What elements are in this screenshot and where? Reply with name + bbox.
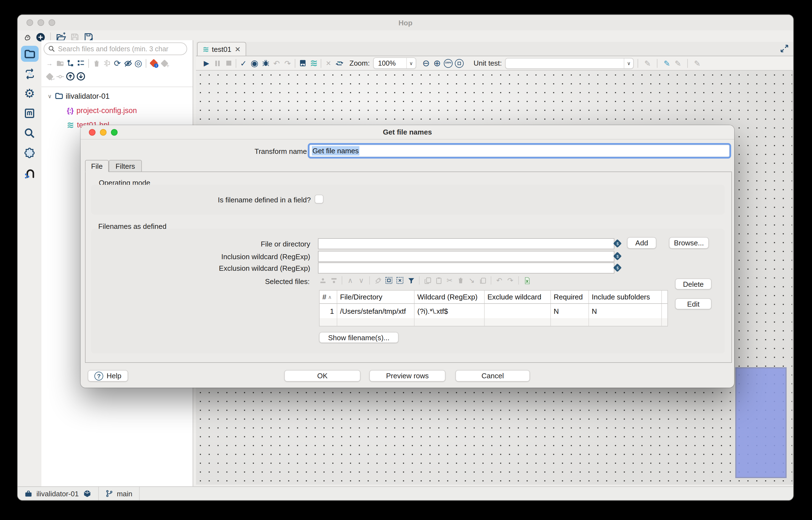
locate-file-button[interactable]: ◎ bbox=[133, 58, 143, 68]
perspective-search[interactable] bbox=[21, 125, 39, 141]
toolbar-separator bbox=[88, 59, 89, 68]
rename-button[interactable] bbox=[102, 58, 112, 68]
explorer-search[interactable] bbox=[44, 43, 187, 55]
project-name: ilivalidator-01 bbox=[36, 489, 79, 498]
perspective-metadata[interactable] bbox=[21, 105, 39, 121]
tab-close-icon[interactable]: ✕ bbox=[235, 45, 241, 53]
zoom-label: Zoom: bbox=[349, 59, 370, 67]
editor-tabbar: ≋ test01 ✕ bbox=[196, 42, 793, 56]
tree-item-label: project-config.json bbox=[76, 106, 137, 114]
preview-rows-button[interactable]: Preview rows bbox=[369, 370, 445, 382]
zoom-fit-button[interactable] bbox=[454, 58, 465, 69]
canvas-selection-rectangle[interactable] bbox=[735, 367, 787, 478]
window-titlebar: Hop bbox=[18, 15, 793, 30]
environment-cube-icon bbox=[82, 489, 91, 498]
detach-unit-test-button[interactable]: ✎ bbox=[672, 58, 683, 69]
chevron-down-icon[interactable]: ∨ bbox=[46, 93, 53, 99]
perspective-bar: ⚙ bbox=[18, 44, 42, 486]
project-segment[interactable]: ilivalidator-01 bbox=[18, 487, 98, 500]
search-icon bbox=[48, 45, 55, 52]
dialog-titlebar: Get file names bbox=[81, 125, 734, 139]
tree-item-file[interactable]: {:} project-config.json bbox=[42, 103, 193, 118]
hop-logo-icon bbox=[21, 31, 32, 43]
delete-file-button[interactable] bbox=[92, 58, 101, 68]
perspective-explorer[interactable] bbox=[21, 46, 39, 62]
git-push-button[interactable] bbox=[66, 72, 75, 81]
window-title: Hop bbox=[18, 19, 793, 27]
tree-item-project-root[interactable]: ∨ ilivalidator-01 bbox=[42, 89, 193, 103]
stop-button[interactable] bbox=[223, 58, 234, 69]
git-branch-segment[interactable]: main bbox=[99, 487, 139, 500]
debug-button[interactable] bbox=[260, 58, 271, 69]
git-pull-button[interactable] bbox=[76, 72, 85, 81]
perspective-data-orchestration[interactable] bbox=[21, 66, 39, 82]
new-folder-button[interactable] bbox=[55, 58, 65, 68]
briefcase-icon bbox=[24, 489, 32, 498]
search-icon bbox=[24, 127, 35, 139]
pipeline-icon[interactable]: ≋ bbox=[308, 58, 319, 69]
tab-file[interactable]: File bbox=[85, 160, 109, 172]
divider bbox=[42, 86, 193, 87]
toolbar-separator bbox=[687, 59, 688, 68]
gear-icon: ⚙ bbox=[24, 88, 35, 99]
check-pipeline-button[interactable]: ✓ bbox=[238, 58, 249, 69]
perspective-plugins[interactable] bbox=[21, 145, 39, 161]
zoom-100-button[interactable]: 100% bbox=[443, 58, 454, 69]
git-add-button[interactable]: + bbox=[159, 58, 169, 68]
perspective-configuration[interactable]: ⚙ bbox=[21, 85, 39, 101]
zoom-in-button[interactable]: ⊕ bbox=[432, 58, 443, 69]
refresh-button[interactable]: ⟳ bbox=[113, 58, 122, 68]
tab-content-panel bbox=[85, 172, 732, 363]
tab-label: Filters bbox=[116, 162, 135, 170]
get-file-names-dialog: Get file names Transform name Get file n… bbox=[81, 125, 734, 388]
folder-icon bbox=[55, 92, 64, 100]
unit-test-select[interactable]: ∨ bbox=[505, 58, 634, 69]
toolbar-separator bbox=[295, 59, 295, 68]
expand-all-button[interactable]: → bbox=[45, 58, 54, 68]
git-commit-button[interactable] bbox=[55, 72, 65, 81]
snapshot-button[interactable] bbox=[297, 58, 308, 69]
help-icon: ? bbox=[94, 371, 103, 380]
tab-label: File bbox=[91, 162, 103, 170]
help-button[interactable]: ? Help bbox=[88, 370, 128, 382]
tab-test01[interactable]: ≋ test01 ✕ bbox=[197, 42, 246, 56]
undo-button[interactable]: ↶ bbox=[271, 58, 282, 69]
search-input[interactable] bbox=[58, 45, 174, 53]
toolbar-separator bbox=[657, 59, 658, 68]
pipeline-file-icon: ≋ bbox=[203, 45, 208, 53]
pause-button[interactable] bbox=[212, 58, 223, 69]
explorer-toolbar-row2: ↩ bbox=[45, 72, 85, 81]
divider bbox=[139, 487, 140, 500]
pipeline-toolbar: ▶ ✓ ◉ ↶ ↷ ≋ ✕ Zoom: 100% ∨ ⊖ ⊕ 100% Unit bbox=[196, 56, 793, 71]
dialog-title: Get file names bbox=[81, 128, 734, 136]
cancel-button[interactable]: Cancel bbox=[456, 370, 530, 382]
git-branch-icon bbox=[105, 490, 113, 497]
perspective-neo4j[interactable] bbox=[21, 165, 39, 181]
redo-button[interactable]: ↷ bbox=[282, 58, 293, 69]
maximize-pane-icon[interactable] bbox=[780, 44, 789, 53]
zoom-select[interactable]: 100% ∨ bbox=[373, 57, 416, 69]
redraw-button[interactable] bbox=[334, 58, 345, 69]
transform-name-input[interactable]: Get file names bbox=[309, 145, 730, 157]
git-info-button[interactable]: i bbox=[149, 58, 158, 68]
tab-filters[interactable]: Filters bbox=[109, 160, 142, 172]
folder-icon bbox=[23, 48, 35, 60]
transform-name-label: Transform name bbox=[142, 147, 307, 156]
git-revert-button[interactable]: ↩ bbox=[45, 72, 54, 81]
zoom-out-button[interactable]: ⊖ bbox=[421, 58, 432, 69]
tab-label: test01 bbox=[212, 45, 231, 53]
toolbar-separator bbox=[321, 59, 321, 68]
new-unit-test-button[interactable]: ✎ bbox=[661, 58, 672, 69]
edit-unit-test-button[interactable]: ✎ bbox=[642, 58, 653, 69]
pipeline-loop-icon bbox=[23, 68, 35, 80]
run-button[interactable]: ▶ bbox=[201, 58, 212, 69]
preview-button[interactable]: ◉ bbox=[249, 58, 260, 69]
tree-view-button[interactable] bbox=[66, 58, 75, 68]
list-view-button[interactable] bbox=[76, 58, 85, 68]
branch-name: main bbox=[117, 489, 132, 498]
ok-button[interactable]: OK bbox=[284, 370, 361, 382]
hide-files-button[interactable] bbox=[123, 58, 132, 68]
split-hop-button[interactable]: ✕ bbox=[323, 58, 334, 69]
explorer-toolbar-row1: → ⟳ ◎ i + bbox=[45, 58, 169, 68]
delete-unit-test-button[interactable]: ✎ bbox=[692, 58, 703, 69]
